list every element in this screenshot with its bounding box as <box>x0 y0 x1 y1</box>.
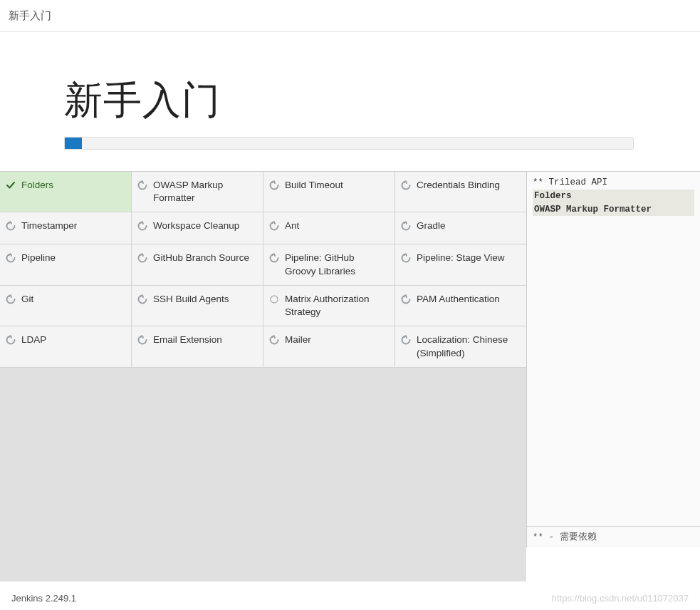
spinner-icon <box>6 294 16 304</box>
main-area: FoldersOWASP Markup FormatterBuild Timeo… <box>0 171 700 547</box>
plugin-label: Pipeline <box>21 252 124 264</box>
plugin-label: SSH Build Agents <box>153 293 256 306</box>
jenkins-version: Jenkins 2.249.1 <box>11 593 76 604</box>
progress-bar-fill <box>65 138 82 149</box>
plugin-label: Email Extension <box>153 334 256 346</box>
progress-bar-track <box>64 137 634 150</box>
install-log-panel: ** Trilead APIFoldersOWASP Markup Format… <box>527 172 700 547</box>
spinner-icon <box>137 221 147 231</box>
plugin-label: OWASP Markup Formatter <box>153 179 256 205</box>
plugin-grid: FoldersOWASP Markup FormatterBuild Timeo… <box>0 172 527 547</box>
plugin-cell: GitHub Branch Source <box>132 244 263 284</box>
plugin-cell: Pipeline <box>0 244 131 284</box>
plugin-label: Workspace Cleanup <box>153 219 256 232</box>
plugin-cell: Build Timeout <box>263 172 395 212</box>
plugin-cell: Folders <box>0 172 131 212</box>
footer: Jenkins 2.249.1 https://blog.csdn.net/u0… <box>0 586 700 610</box>
plugin-cell: Email Extension <box>132 326 263 366</box>
spinner-icon <box>137 253 147 263</box>
plugin-label: Mailer <box>285 334 387 346</box>
spinner-icon <box>6 253 16 263</box>
watermark: https://blog.csdn.net/u011072037 <box>552 593 689 604</box>
plugin-cell: Ant <box>263 212 395 244</box>
plugin-cell: Credentials Binding <box>395 172 526 212</box>
plugin-cell: Workspace Cleanup <box>132 212 263 244</box>
log-line: OWASP Markup Formatter <box>533 203 694 217</box>
plugin-cell: Git <box>0 286 131 326</box>
plugin-label: Pipeline: GitHub Groovy Libraries <box>285 252 387 277</box>
page-title: 新手入门 <box>64 75 636 127</box>
spinner-icon <box>137 335 147 345</box>
svg-point-0 <box>271 296 278 303</box>
plugin-cell: LDAP <box>0 326 131 366</box>
spinner-icon <box>269 335 279 345</box>
breadcrumb: 新手入门 <box>0 0 700 32</box>
log-line: Folders <box>533 190 694 203</box>
install-log-body: ** Trilead APIFoldersOWASP Markup Format… <box>527 172 700 526</box>
plugin-label: PAM Authentication <box>417 293 519 306</box>
plugin-cell: Matrix Authorization Strategy <box>263 286 395 326</box>
spinner-icon <box>269 180 279 190</box>
plugin-cell: PAM Authentication <box>395 286 526 326</box>
spinner-icon <box>137 294 147 304</box>
plugin-cell: Localization: Chinese (Simplified) <box>395 326 526 366</box>
plugin-cell: SSH Build Agents <box>132 286 263 326</box>
spinner-icon <box>6 221 16 231</box>
plugin-label: Pipeline: Stage View <box>417 252 519 264</box>
plugin-label: Localization: Chinese (Simplified) <box>417 334 519 359</box>
spinner-icon <box>137 180 147 190</box>
spinner-icon <box>401 180 411 190</box>
plugin-label: Build Timeout <box>285 179 387 192</box>
plugin-cell: OWASP Markup Formatter <box>132 172 263 212</box>
plugin-label: Git <box>21 293 124 306</box>
plugin-label: Matrix Authorization Strategy <box>285 293 387 319</box>
plugin-cell: Mailer <box>263 326 395 366</box>
circle-icon <box>269 294 279 304</box>
breadcrumb-title: 新手入门 <box>9 9 51 23</box>
spinner-icon <box>401 253 411 263</box>
spinner-icon <box>401 221 411 231</box>
check-icon <box>6 180 16 190</box>
spinner-icon <box>401 335 411 345</box>
plugin-label: Gradle <box>417 219 519 232</box>
plugin-grid-filler <box>0 368 526 581</box>
plugin-label: GitHub Branch Source <box>153 252 256 264</box>
plugin-cell: Gradle <box>395 212 526 244</box>
plugin-cell: Timestamper <box>0 212 131 244</box>
hero-section: 新手入门 <box>0 32 700 171</box>
plugin-label: Credentials Binding <box>417 179 519 192</box>
plugin-label: Folders <box>21 179 124 192</box>
spinner-icon <box>269 221 279 231</box>
plugin-label: Timestamper <box>21 219 124 232</box>
plugin-cell: Pipeline: Stage View <box>395 244 526 284</box>
log-line: ** Trilead API <box>533 176 694 190</box>
spinner-icon <box>269 253 279 263</box>
install-log-legend: ** - 需要依赖 <box>527 526 700 547</box>
plugin-cell: Pipeline: GitHub Groovy Libraries <box>263 244 395 284</box>
spinner-icon <box>401 294 411 304</box>
plugin-label: Ant <box>285 219 387 232</box>
spinner-icon <box>6 335 16 345</box>
plugin-label: LDAP <box>21 334 124 346</box>
